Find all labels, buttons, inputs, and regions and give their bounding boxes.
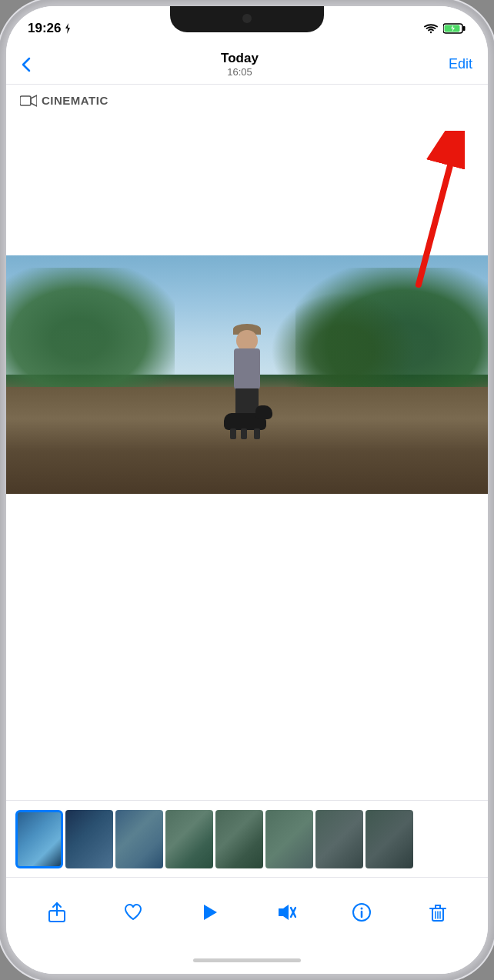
delete-button[interactable] [419, 893, 457, 932]
back-chevron-icon [22, 57, 31, 72]
content-area: CINEMATIC [6, 85, 488, 800]
filmstrip-thumb-2[interactable] [65, 810, 113, 868]
filmstrip-thumb-1[interactable] [15, 810, 63, 868]
dog-rear-legs [254, 428, 260, 439]
home-bar [193, 958, 301, 962]
mute-button[interactable] [266, 893, 305, 932]
svg-point-17 [360, 907, 362, 909]
filmstrip-thumb-3[interactable] [115, 810, 163, 868]
svg-marker-6 [31, 95, 37, 106]
legs [235, 388, 259, 422]
body [234, 348, 260, 391]
cinematic-label-row: CINEMATIC [6, 85, 488, 113]
dog-body [224, 413, 266, 430]
wifi-icon [423, 23, 439, 35]
svg-rect-2 [463, 26, 466, 31]
bottom-spacer [6, 494, 488, 702]
share-icon [46, 902, 68, 923]
dog-mid-legs [241, 428, 247, 439]
nav-bar: Today 16:05 Edit [6, 45, 488, 85]
filmstrip-thumb-7[interactable] [315, 810, 363, 868]
play-button[interactable] [190, 893, 229, 932]
heart-icon [122, 902, 144, 923]
person-figure [228, 330, 266, 422]
phone-screen: 19:26 [6, 6, 488, 974]
dog-figure [224, 413, 266, 430]
time-display: 19:26 [28, 21, 61, 36]
nav-subtitle: 16:05 [221, 66, 259, 78]
svg-rect-5 [20, 96, 31, 105]
svg-marker-0 [65, 23, 70, 34]
dog-front-legs [230, 428, 236, 439]
nav-title: Today [221, 51, 259, 66]
front-camera [242, 14, 252, 23]
main-photo[interactable] [6, 255, 488, 494]
trash-icon [427, 902, 449, 923]
mute-icon [275, 902, 296, 923]
svg-marker-12 [279, 905, 289, 920]
back-button[interactable] [22, 57, 31, 72]
share-button[interactable] [38, 893, 76, 932]
filmstrip-thumb-5[interactable] [215, 810, 263, 868]
charging-bolt-icon [64, 23, 72, 34]
status-icons [423, 22, 466, 35]
cinematic-video-icon [20, 95, 37, 107]
status-time: 19:26 [28, 21, 72, 36]
toolbar [6, 877, 488, 946]
play-icon [199, 902, 220, 923]
filmstrip-thumb-6[interactable] [265, 810, 313, 868]
notch [170, 6, 324, 32]
edit-button[interactable]: Edit [449, 56, 472, 72]
dog-head [255, 405, 272, 419]
nav-title-group: Today 16:05 [221, 51, 259, 78]
svg-marker-11 [204, 905, 217, 920]
battery-icon [443, 22, 466, 35]
info-button[interactable] [342, 893, 381, 932]
filmstrip[interactable] [6, 800, 488, 877]
favorite-button[interactable] [114, 893, 152, 932]
cinematic-text: CINEMATIC [42, 94, 108, 107]
phone-frame: 19:26 [0, 0, 494, 980]
top-spacer [6, 113, 488, 255]
home-indicator [6, 946, 488, 974]
main-screen: 19:26 [6, 6, 488, 974]
info-icon [351, 902, 372, 923]
filmstrip-thumb-8[interactable] [365, 810, 413, 868]
filmstrip-thumb-4[interactable] [165, 810, 213, 868]
